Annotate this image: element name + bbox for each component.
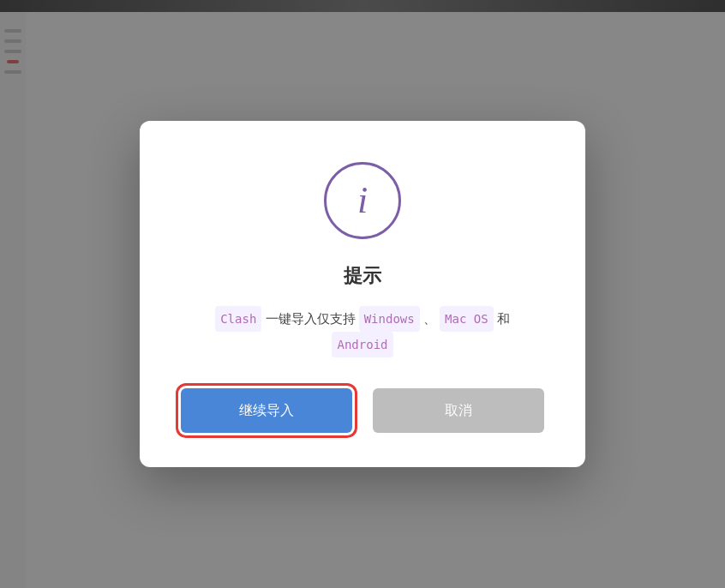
info-icon: i: [357, 182, 368, 219]
message-text-3: 和: [497, 311, 510, 326]
macos-tag: Mac OS: [440, 306, 494, 332]
dialog-title: 提示: [344, 263, 381, 289]
confirm-button[interactable]: 继续导入: [181, 388, 352, 433]
info-dialog: i 提示 Clash 一键导入仅支持 Windows 、 Mac OS 和 An…: [140, 121, 585, 467]
windows-tag: Windows: [359, 306, 420, 332]
message-text-1: 一键导入仅支持: [266, 311, 359, 326]
dialog-message: Clash 一键导入仅支持 Windows 、 Mac OS 和 Android: [215, 306, 510, 357]
modal-overlay: i 提示 Clash 一键导入仅支持 Windows 、 Mac OS 和 An…: [0, 0, 725, 588]
clash-tag: Clash: [215, 306, 261, 332]
message-text-2: 、: [423, 311, 436, 326]
dialog-button-row: 继续导入 取消: [181, 388, 544, 433]
cancel-button[interactable]: 取消: [373, 388, 544, 433]
info-icon-circle: i: [324, 162, 401, 239]
android-tag: Android: [332, 332, 392, 357]
